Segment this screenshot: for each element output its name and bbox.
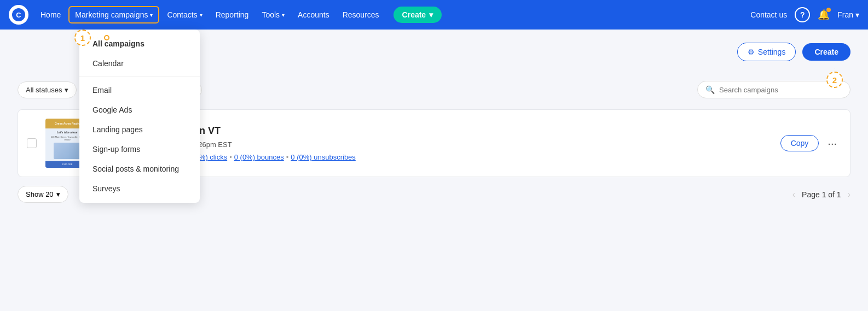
notification-bell[interactable]: 🔔 [818, 9, 830, 21]
step2-area: · 2 [826, 66, 843, 88]
step1-label: 1 [80, 33, 85, 43]
nav-tools[interactable]: Tools ▾ [256, 7, 290, 22]
thumb-cta: EXPLORE [62, 163, 73, 166]
thumb-header-text: Green Acres Realty [55, 122, 80, 125]
chevron-down-icon: ▾ [855, 10, 859, 19]
nav-home[interactable]: Home [35, 7, 66, 22]
nav-contacts[interactable]: Contacts ▾ [161, 7, 207, 22]
step1-area: 1 · · · [74, 30, 109, 46]
top-navigation: C Home Marketing campaigns ▾ Contacts ▾ … [0, 0, 868, 30]
dropdown-surveys[interactable]: Surveys [79, 179, 200, 198]
chevron-down-icon: ▾ [282, 12, 285, 18]
step1-indicator: 1 [74, 30, 91, 46]
page-navigation: ‹ Page 1 of 1 › [792, 190, 850, 199]
show-count-button[interactable]: Show 20 ▾ [18, 186, 68, 203]
step2-label: 2 [832, 75, 837, 85]
more-options-button[interactable]: ··· [823, 135, 841, 152]
nav-accounts[interactable]: Accounts [292, 7, 335, 22]
page-label: Page 1 of 1 [802, 190, 841, 199]
create-button[interactable]: Create [802, 43, 850, 61]
search-input[interactable] [719, 86, 829, 94]
marketing-campaigns-dropdown: All campaigns Calendar Email Google Ads … [79, 30, 200, 203]
stat-bounces[interactable]: 0 (0%) bounces [234, 153, 284, 161]
dropdown-calendar[interactable]: Calendar [79, 54, 200, 73]
chevron-down-icon: ▾ [150, 12, 153, 18]
chevron-down-icon: ▾ [65, 86, 68, 94]
chevron-down-icon: ▾ [429, 10, 433, 19]
search-icon: 🔍 [705, 85, 715, 94]
logo[interactable]: C [9, 5, 28, 25]
contact-us-link[interactable]: Contact us [750, 10, 787, 19]
nav-marketing-campaigns[interactable]: Marketing campaigns ▾ [68, 6, 159, 24]
next-page-button[interactable]: › [848, 190, 850, 199]
user-name: Fran [837, 10, 853, 19]
dropdown-sign-up-forms[interactable]: Sign-up forms [79, 139, 200, 159]
gear-icon: ⚙ [748, 48, 755, 56]
chevron-down-icon: ▾ [56, 190, 60, 198]
nav-marketing-campaigns-label: Marketing campaigns [75, 10, 148, 19]
nav-contacts-label: Contacts [167, 10, 197, 19]
thumb-body-text: Let's take a tour [57, 131, 78, 134]
step2-indicator: 2 [826, 72, 843, 88]
dropdown-google-ads[interactable]: Google Ads [79, 100, 200, 120]
dropdown-landing-pages[interactable]: Landing pages [79, 120, 200, 139]
create-label: Create [814, 48, 838, 56]
step1-dots: · · · [93, 36, 102, 40]
settings-label: Settings [758, 48, 786, 56]
nav-right-area: Contact us ? 🔔 Fran ▾ [750, 7, 859, 22]
notification-dot [826, 8, 831, 12]
filter-all-statuses-label: All statuses [26, 86, 62, 94]
help-icon[interactable]: ? [795, 7, 810, 22]
nav-resources[interactable]: Resources [337, 7, 385, 22]
stat-unsubscribes[interactable]: 0 (0%) unsubscribes [291, 153, 356, 161]
dropdown-email[interactable]: Email [79, 80, 200, 100]
settings-button[interactable]: ⚙ Settings [737, 43, 796, 61]
thumb-house-image [54, 143, 81, 159]
copy-button[interactable]: Copy [780, 135, 819, 151]
nav-create-button[interactable]: Create ▾ [394, 7, 442, 23]
step1-circle [104, 35, 109, 40]
logo-icon: C [12, 8, 25, 21]
show-count-label: Show 20 [26, 190, 54, 198]
nav-tools-label: Tools [262, 10, 280, 19]
chevron-down-icon: ▾ [200, 12, 202, 18]
step2-dots-top: · [834, 66, 835, 71]
dropdown-social-posts[interactable]: Social posts & monitoring [79, 159, 200, 179]
user-menu[interactable]: Fran ▾ [837, 10, 859, 19]
dropdown-divider [79, 77, 200, 77]
nav-reporting[interactable]: Reporting [210, 7, 254, 22]
create-button-wrapper: Create · 2 [802, 43, 850, 61]
campaign-checkbox[interactable] [27, 138, 37, 148]
filter-all-statuses[interactable]: All statuses ▾ [18, 81, 77, 98]
prev-page-button[interactable]: ‹ [792, 190, 795, 199]
campaign-actions: Copy ··· [780, 135, 841, 152]
nav-create-label: Create [402, 10, 426, 19]
